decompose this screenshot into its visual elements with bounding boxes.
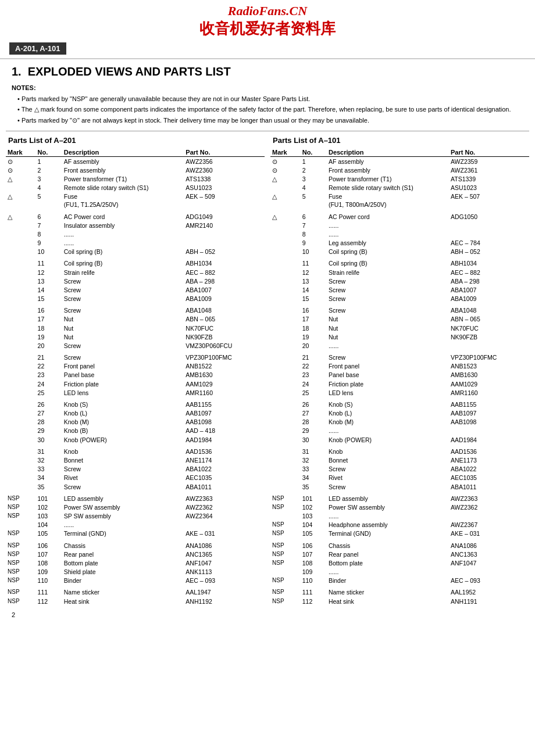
cell-no: 112 <box>36 597 62 605</box>
cell-partno: ABH – 052 <box>449 248 529 256</box>
cell-partno <box>184 239 265 248</box>
cell-mark <box>270 409 301 418</box>
cell-no: 106 <box>301 541 327 550</box>
cell-mark <box>270 456 301 465</box>
table-row: 33ScrewABA1022 <box>6 465 265 474</box>
cell-partno: ANH1192 <box>184 597 265 605</box>
footer: 2 <box>12 611 523 618</box>
cell-no: 14 <box>36 285 62 294</box>
cell-mark: NSP <box>6 588 36 597</box>
cell-desc: Binder <box>62 576 184 585</box>
cell-mark <box>270 341 301 350</box>
cell-partno: AAM1029 <box>184 379 265 388</box>
cell-no: 3 <box>301 174 327 183</box>
cell-desc: Bottom plate <box>62 558 184 567</box>
col-desc-a201: Description <box>62 148 184 157</box>
cell-mark: △ <box>6 192 36 209</box>
cell-desc: Screw <box>62 353 184 362</box>
table-row: 34RivetAEC1035 <box>270 474 529 482</box>
cell-no: 28 <box>36 418 62 427</box>
cell-partno: AEK – 507 <box>449 192 529 209</box>
cell-mark <box>6 482 36 491</box>
table-row: 15ScrewABA1009 <box>6 295 265 303</box>
cell-partno: ANC1365 <box>184 550 265 558</box>
table-row: 16ScrewABA1048 <box>6 306 265 315</box>
cell-no: 102 <box>301 503 327 511</box>
cell-partno: ANC1363 <box>449 550 529 558</box>
cell-desc: Screw <box>62 482 184 491</box>
cell-no: 111 <box>36 588 62 597</box>
cell-desc: Coil spring (B) <box>62 248 184 256</box>
cell-no: 105 <box>36 529 62 538</box>
cell-partno: ABN – 065 <box>184 315 265 324</box>
cell-partno: AWZ2363 <box>184 494 265 503</box>
cell-no: 18 <box>36 324 62 332</box>
cell-no: 10 <box>36 248 62 256</box>
cell-desc: Chassis <box>327 541 449 550</box>
cell-mark <box>6 230 36 238</box>
cell-mark <box>270 324 301 332</box>
table-row: 27Knob (L)AAB1097 <box>270 409 529 418</box>
cell-no: 103 <box>301 512 327 521</box>
cell-mark <box>270 239 301 248</box>
cell-partno: NK70FUC <box>449 324 529 332</box>
cell-no: 104 <box>36 521 62 529</box>
cell-desc: Panel base <box>62 371 184 379</box>
table-row: NSP101LED assemblyAWZ2363 <box>270 494 529 503</box>
cell-desc: ...... <box>327 568 449 576</box>
table-row: 20...... <box>270 341 529 350</box>
cell-partno <box>449 427 529 435</box>
model-badge: A-201, A-101 <box>9 42 66 55</box>
header-top: RadioFans.CN 收音机爱好者资料库 <box>0 0 535 40</box>
cell-partno: AWZ2362 <box>184 503 265 511</box>
cell-partno: AEC – 882 <box>449 268 529 277</box>
cell-partno: NK90FZB <box>449 332 529 341</box>
table-row: 29Knob (B)AAD – 418 <box>6 427 265 435</box>
cell-desc: Screw <box>62 465 184 474</box>
col-no-a101: No. <box>301 148 327 157</box>
cell-no: 16 <box>301 306 327 315</box>
cell-desc: AC Power cord <box>327 212 449 221</box>
cell-partno: AWZ2359 <box>449 157 529 166</box>
cell-desc: ...... <box>327 221 449 230</box>
table-row: 16ScrewABA1048 <box>270 306 529 315</box>
table-row: NSP103SP SW assemblyAWZ2364 <box>6 512 265 521</box>
cell-no: 17 <box>301 315 327 324</box>
cell-desc: Screw <box>62 277 184 285</box>
table-row: NSP102Power SW assemblyAWZ2362 <box>6 503 265 511</box>
cell-desc: Friction plate <box>62 379 184 388</box>
cell-no: 101 <box>301 494 327 503</box>
table-row: ⊙1AF assemblyAWZ2359 <box>270 157 529 166</box>
cell-no: 109 <box>301 568 327 576</box>
cell-desc: Bottom plate <box>327 558 449 567</box>
table-row: 12Strain relifeAEC – 882 <box>6 268 265 277</box>
cell-no: 106 <box>36 541 62 550</box>
table-row: NSP107Rear panelANC1365 <box>6 550 265 558</box>
table-row: 11Coil spring (B)ABH1034 <box>270 259 529 268</box>
cell-partno: AMR1160 <box>449 388 529 397</box>
table-row: 19NutNK90FZB <box>270 332 529 341</box>
table-row: 35ScrewABA1011 <box>6 482 265 491</box>
table-row: 14ScrewABA1007 <box>270 285 529 294</box>
cell-no: 13 <box>301 277 327 285</box>
table-row: 7Insulator assemblyAMR2140 <box>6 221 265 230</box>
cell-desc: Knob (POWER) <box>62 435 184 444</box>
cell-mark <box>6 277 36 285</box>
cell-no: 6 <box>36 212 62 221</box>
table-row: 27Knob (L)AAB1097 <box>6 409 265 418</box>
cell-desc: Knob (L) <box>327 409 449 418</box>
cell-mark: NSP <box>270 541 301 550</box>
cell-no: 12 <box>36 268 62 277</box>
table-row: 17NutABN – 065 <box>270 315 529 324</box>
table-row: 20ScrewVMZ30P060FCU <box>6 341 265 350</box>
cell-desc: Screw <box>62 306 184 315</box>
cell-mark <box>270 268 301 277</box>
cell-no: 23 <box>36 371 62 379</box>
cell-no: 23 <box>301 371 327 379</box>
table-row: NSP110BinderAEC – 093 <box>270 576 529 585</box>
cell-desc: Nut <box>62 315 184 324</box>
cell-mark <box>6 409 36 418</box>
cell-mark: NSP <box>6 529 36 538</box>
cell-desc: Nut <box>327 332 449 341</box>
cell-partno: ABA1007 <box>449 285 529 294</box>
